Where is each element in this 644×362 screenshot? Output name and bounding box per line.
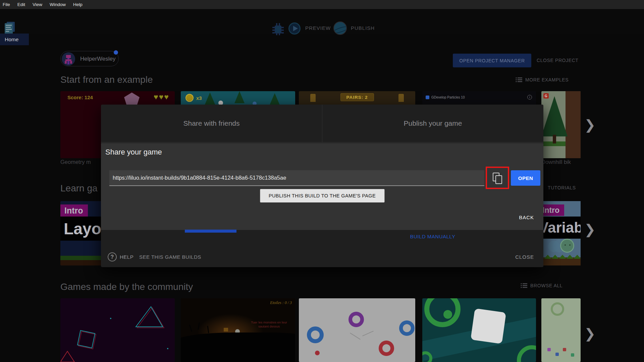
coin-icon bbox=[185, 94, 194, 102]
red-ring bbox=[379, 341, 394, 356]
debug-icon[interactable] bbox=[272, 22, 284, 36]
copy-icon bbox=[495, 175, 502, 184]
chevron-right-icon[interactable]: ❯ bbox=[584, 223, 596, 236]
learn-section-title: Learn ga bbox=[60, 183, 98, 194]
pentagon-shape bbox=[124, 93, 140, 106]
open-project-manager-button[interactable]: OPEN PROJECT MANAGER bbox=[453, 54, 531, 67]
target-center bbox=[443, 310, 452, 319]
sprite bbox=[563, 348, 566, 351]
game-badge: G bbox=[543, 93, 549, 99]
community-card-rings[interactable] bbox=[299, 298, 415, 362]
hill-silhouette bbox=[181, 333, 295, 362]
grass-tuft bbox=[189, 324, 193, 332]
green-target bbox=[424, 298, 461, 327]
gdevelop-logo-icon bbox=[426, 96, 429, 99]
hearts-hud: ♥♥♥ bbox=[154, 93, 169, 102]
user-chip[interactable]: HelperWesley bbox=[60, 51, 119, 66]
menu-edit[interactable]: Edit bbox=[17, 2, 25, 7]
sprite bbox=[555, 353, 559, 356]
particles-title: GDevelop Particles 10 bbox=[431, 96, 465, 99]
example-caption-geometry[interactable]: Geometry m bbox=[60, 159, 101, 165]
stars-hud: Etoiles : 0 / 3 bbox=[270, 300, 292, 305]
eye-shape bbox=[569, 244, 571, 246]
glitch-shapes bbox=[60, 298, 175, 362]
intro-tag: Intro bbox=[60, 204, 88, 217]
wood-post bbox=[310, 94, 316, 102]
purple-ring bbox=[348, 312, 364, 327]
wood-post bbox=[398, 94, 404, 102]
tab-home-label: Home bbox=[5, 37, 18, 43]
toolbar: PREVIEW PUBLISH bbox=[0, 9, 644, 34]
more-examples-button[interactable]: MORE EXAMPLES bbox=[516, 77, 569, 82]
preview-play-icon[interactable] bbox=[288, 22, 301, 35]
chevron-right-icon[interactable]: ❯ bbox=[584, 327, 596, 340]
pine-tree-shape bbox=[541, 96, 568, 136]
menu-window[interactable]: Window bbox=[50, 2, 66, 7]
community-card-glitch[interactable] bbox=[60, 298, 175, 362]
needle-shape bbox=[362, 331, 374, 336]
sprite bbox=[571, 353, 574, 357]
example-card-downhill[interactable]: G bbox=[541, 91, 581, 158]
tree-shape bbox=[204, 93, 216, 106]
variables-title-label: Variab bbox=[539, 219, 581, 236]
white-square bbox=[471, 308, 506, 344]
copy-button[interactable] bbox=[488, 169, 506, 187]
tree-trunk-shape bbox=[553, 135, 556, 143]
share-dialog-tabs: Share with friends Publish your game bbox=[101, 105, 543, 142]
share-panel-title: Share your game bbox=[105, 148, 162, 157]
green-ring bbox=[551, 302, 564, 316]
wood-sign bbox=[224, 328, 228, 331]
help-icon[interactable]: ? bbox=[108, 252, 117, 261]
info-icon[interactable]: i bbox=[527, 95, 532, 100]
gdevelop-app-window: File Edit View Window Help PREVIEW PUBLI… bbox=[0, 0, 644, 362]
build-manually-button[interactable]: BUILD MANUALLY bbox=[322, 234, 543, 239]
publish-label[interactable]: PUBLISH bbox=[351, 25, 375, 31]
help-button[interactable]: HELP bbox=[120, 254, 133, 260]
generate-link-button-fragment bbox=[185, 230, 236, 233]
browse-all-button[interactable]: BROWSE ALL bbox=[521, 283, 562, 288]
blue-ring bbox=[399, 320, 415, 336]
open-url-button[interactable]: OPEN bbox=[511, 170, 540, 186]
more-examples-label: MORE EXAMPLES bbox=[525, 77, 569, 82]
red-dot bbox=[315, 351, 320, 355]
blue-ring bbox=[307, 326, 324, 343]
tree-shape bbox=[234, 91, 245, 103]
back-button[interactable]: BACK bbox=[519, 215, 534, 220]
see-builds-button[interactable]: SEE THIS GAME BUILDS bbox=[139, 254, 201, 260]
green-character bbox=[560, 239, 574, 253]
chevron-right-icon[interactable]: ❯ bbox=[584, 118, 596, 131]
community-card-sprites[interactable] bbox=[541, 298, 581, 362]
share-url-input[interactable] bbox=[109, 170, 484, 186]
sprite bbox=[547, 348, 551, 351]
hint-text: Tuer les monstres en leur sautant dessus bbox=[247, 320, 291, 329]
list-icon bbox=[521, 283, 527, 288]
preview-label[interactable]: PREVIEW bbox=[305, 25, 331, 31]
example-caption-downhill[interactable]: Downhill bik bbox=[541, 159, 581, 165]
score-hud: Score: 124 bbox=[67, 95, 93, 100]
close-project-button[interactable]: CLOSE PROJECT bbox=[537, 58, 579, 63]
community-card-maze[interactable] bbox=[422, 298, 536, 362]
close-dialog-button[interactable]: CLOSE bbox=[515, 254, 534, 260]
needle-shape bbox=[350, 333, 361, 340]
tab-home[interactable]: Home bbox=[0, 34, 29, 45]
intro-tag-label: Intro bbox=[64, 206, 83, 216]
tab-publish-your-game[interactable]: Publish your game bbox=[322, 105, 543, 142]
tab-share-with-friends[interactable]: Share with friends bbox=[101, 105, 322, 142]
publish-globe-icon[interactable] bbox=[333, 21, 347, 35]
browse-all-label: BROWSE ALL bbox=[530, 283, 562, 288]
globe-ring bbox=[333, 25, 347, 35]
menu-help[interactable]: Help bbox=[73, 2, 83, 7]
menu-view[interactable]: View bbox=[33, 2, 42, 7]
community-card-night[interactable]: Etoiles : 0 / 3 Tuer les monstres en leu… bbox=[181, 298, 295, 362]
green-ring bbox=[517, 345, 536, 362]
tutorials-button[interactable]: TUTORIALS bbox=[548, 185, 576, 190]
intro-tag-label: Intro bbox=[542, 206, 559, 215]
share-your-game-panel: Share your game OPEN PUBLISH THIS BUILD … bbox=[101, 143, 543, 230]
menu-file[interactable]: File bbox=[3, 2, 10, 7]
examples-section-title: Start from an example bbox=[60, 74, 153, 85]
tutorials-label: TUTORIALS bbox=[548, 185, 576, 190]
community-section-title: Games made by the community bbox=[60, 282, 193, 292]
list-icon bbox=[516, 77, 522, 82]
play-triangle bbox=[293, 26, 298, 31]
publish-build-button[interactable]: PUBLISH THIS BUILD TO THE GAME'S PAGE bbox=[260, 189, 384, 202]
